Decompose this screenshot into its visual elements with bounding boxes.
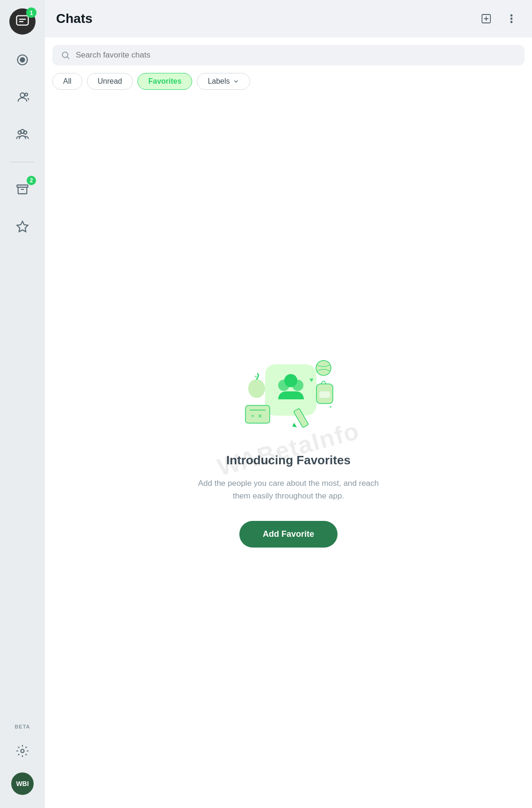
sidebar-divider <box>11 162 34 162</box>
page-title: Chats <box>56 11 93 26</box>
settings-icon[interactable] <box>10 739 35 763</box>
search-bar[interactable] <box>52 45 525 65</box>
channels-icon[interactable] <box>10 85 35 109</box>
add-favorite-button[interactable]: Add Favorite <box>239 521 338 548</box>
svg-marker-22 <box>292 423 297 427</box>
intro-title: Introducing Favorites <box>226 453 351 468</box>
user-initials: WBI <box>16 780 29 787</box>
archive-icon[interactable]: 2 <box>10 177 35 202</box>
svg-text:✦: ✦ <box>254 374 258 379</box>
svg-text:✕: ✕ <box>258 413 262 419</box>
beta-label: BETA <box>14 724 30 729</box>
communities-icon[interactable] <box>10 123 35 147</box>
svg-marker-9 <box>17 221 28 231</box>
favorites-illustration: ♥ ✦ ✦ ✦ + ✕ <box>237 350 340 434</box>
svg-point-12 <box>511 15 512 16</box>
search-input[interactable] <box>76 50 516 60</box>
starred-icon[interactable] <box>10 215 35 239</box>
more-options-button[interactable] <box>502 9 521 28</box>
svg-point-20 <box>248 379 265 398</box>
svg-point-14 <box>511 22 512 23</box>
user-chats-icon[interactable]: 1 <box>9 8 36 35</box>
filter-tabs: All Unread Favorites Labels <box>45 65 532 90</box>
chevron-down-icon <box>233 78 239 85</box>
svg-point-19 <box>284 374 297 387</box>
chats-badge: 1 <box>26 7 36 18</box>
svg-text:✦: ✦ <box>329 404 332 410</box>
archive-badge: 2 <box>27 176 36 185</box>
search-icon <box>61 50 70 60</box>
svg-text:+: + <box>251 413 254 419</box>
intro-description: Add the people you care about the most, … <box>190 477 387 502</box>
svg-point-4 <box>25 93 28 96</box>
svg-rect-24 <box>319 391 330 398</box>
tab-labels[interactable]: Labels <box>197 73 250 90</box>
svg-point-10 <box>21 750 24 753</box>
svg-point-15 <box>62 52 68 58</box>
new-chat-button[interactable] <box>477 9 496 28</box>
status-icon[interactable] <box>10 48 35 72</box>
svg-point-25 <box>316 361 331 375</box>
header: Chats <box>45 0 532 37</box>
svg-rect-0 <box>17 16 29 25</box>
header-actions <box>477 9 521 28</box>
sidebar: 1 2 BETA WBI <box>0 0 45 808</box>
svg-point-13 <box>511 18 512 20</box>
tab-unread[interactable]: Unread <box>87 73 133 90</box>
labels-label: Labels <box>208 77 230 86</box>
content-area: WABetaInfo <box>45 90 532 808</box>
svg-point-2 <box>20 58 24 62</box>
user-avatar[interactable]: WBI <box>11 772 34 795</box>
tab-all[interactable]: All <box>52 73 82 90</box>
svg-rect-8 <box>17 185 28 188</box>
svg-rect-16 <box>265 364 316 416</box>
svg-point-3 <box>20 93 24 97</box>
main-panel: Chats All Unread Favorites Labels WABeta… <box>45 0 532 808</box>
svg-text:♥: ♥ <box>309 376 313 383</box>
tab-favorites[interactable]: Favorites <box>137 73 192 90</box>
